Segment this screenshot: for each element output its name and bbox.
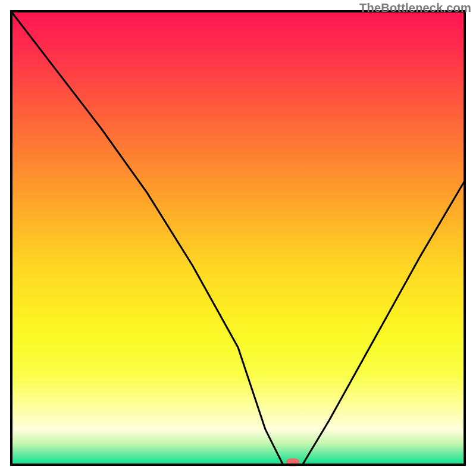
optimum-marker [286,459,299,466]
chart-container: TheBottleneck.com [0,0,476,476]
watermark-text: TheBottleneck.com [359,1,471,15]
plot-area [10,10,466,466]
bottleneck-curve [10,10,466,466]
curve-svg [10,10,466,466]
